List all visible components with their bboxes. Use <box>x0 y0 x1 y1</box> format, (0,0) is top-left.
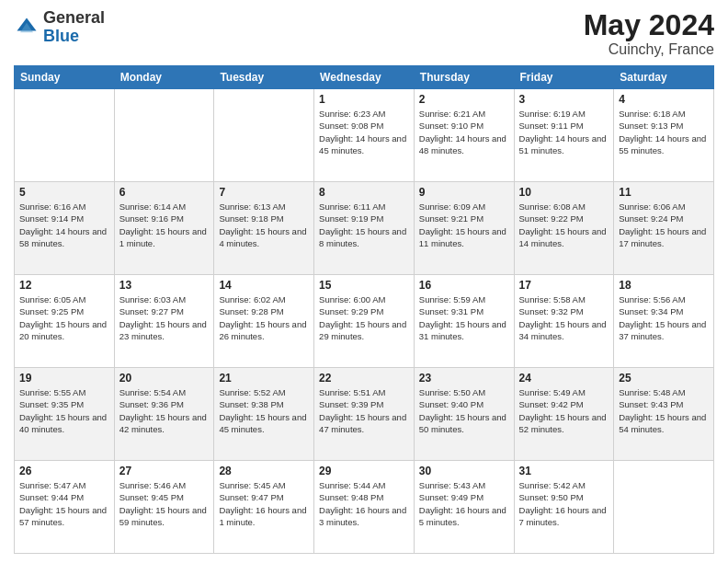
calendar-cell: 6Sunrise: 6:14 AMSunset: 9:16 PMDaylight… <box>114 182 214 275</box>
weekday-header-tuesday: Tuesday <box>214 66 314 89</box>
calendar-cell: 25Sunrise: 5:48 AMSunset: 9:43 PMDayligh… <box>614 368 714 461</box>
day-info: Sunrise: 5:52 AMSunset: 9:38 PMDaylight:… <box>219 386 309 435</box>
day-number: 13 <box>119 279 210 292</box>
weekday-header-saturday: Saturday <box>614 66 714 89</box>
page: General Blue May 2024 Cuinchy, France Su… <box>0 0 728 563</box>
calendar-cell <box>614 461 714 554</box>
calendar-cell: 3Sunrise: 6:19 AMSunset: 9:11 PMDaylight… <box>514 89 614 182</box>
day-number: 12 <box>19 279 109 292</box>
day-number: 1 <box>319 93 409 106</box>
day-number: 29 <box>319 465 409 477</box>
location-title: Cuinchy, France <box>584 41 714 58</box>
day-info: Sunrise: 5:43 AMSunset: 9:49 PMDaylight:… <box>419 479 509 528</box>
calendar-cell <box>214 89 314 182</box>
day-info: Sunrise: 5:54 AMSunset: 9:36 PMDaylight:… <box>119 386 210 435</box>
day-number: 20 <box>119 372 210 385</box>
calendar-cell: 11Sunrise: 6:06 AMSunset: 9:24 PMDayligh… <box>614 182 714 275</box>
calendar-cell: 30Sunrise: 5:43 AMSunset: 9:49 PMDayligh… <box>414 461 514 554</box>
day-number: 28 <box>219 465 309 477</box>
day-info: Sunrise: 6:02 AMSunset: 9:28 PMDaylight:… <box>219 293 309 342</box>
title-block: May 2024 Cuinchy, France <box>584 9 714 58</box>
day-info: Sunrise: 6:21 AMSunset: 9:10 PMDaylight:… <box>419 108 509 156</box>
logo-blue: Blue <box>43 27 79 45</box>
day-number: 24 <box>519 372 609 385</box>
logo-icon <box>14 15 40 40</box>
day-number: 15 <box>319 279 409 292</box>
calendar-table: SundayMondayTuesdayWednesdayThursdayFrid… <box>14 65 714 554</box>
day-info: Sunrise: 6:00 AMSunset: 9:29 PMDaylight:… <box>319 293 409 342</box>
calendar-cell: 4Sunrise: 6:18 AMSunset: 9:13 PMDaylight… <box>614 89 714 182</box>
day-info: Sunrise: 5:58 AMSunset: 9:32 PMDaylight:… <box>519 293 609 342</box>
day-number: 3 <box>519 93 609 106</box>
day-number: 5 <box>19 186 109 199</box>
day-number: 30 <box>419 465 509 477</box>
calendar-cell: 9Sunrise: 6:09 AMSunset: 9:21 PMDaylight… <box>414 182 514 275</box>
weekday-header-wednesday: Wednesday <box>314 66 415 89</box>
calendar-cell: 31Sunrise: 5:42 AMSunset: 9:50 PMDayligh… <box>514 461 614 554</box>
day-info: Sunrise: 6:16 AMSunset: 9:14 PMDaylight:… <box>19 201 109 249</box>
logo-general: General <box>43 8 105 27</box>
day-info: Sunrise: 5:51 AMSunset: 9:39 PMDaylight:… <box>319 386 409 435</box>
calendar-cell: 15Sunrise: 6:00 AMSunset: 9:29 PMDayligh… <box>314 275 415 368</box>
weekday-header-thursday: Thursday <box>414 66 514 89</box>
header: General Blue May 2024 Cuinchy, France <box>14 9 714 58</box>
day-info: Sunrise: 5:55 AMSunset: 9:35 PMDaylight:… <box>19 386 109 435</box>
calendar-cell: 28Sunrise: 5:45 AMSunset: 9:47 PMDayligh… <box>214 461 314 554</box>
day-info: Sunrise: 6:23 AMSunset: 9:08 PMDaylight:… <box>319 108 409 156</box>
day-number: 27 <box>119 465 210 477</box>
day-info: Sunrise: 5:44 AMSunset: 9:48 PMDaylight:… <box>319 479 409 528</box>
calendar-cell: 12Sunrise: 6:05 AMSunset: 9:25 PMDayligh… <box>15 275 115 368</box>
day-info: Sunrise: 5:47 AMSunset: 9:44 PMDaylight:… <box>19 479 109 528</box>
day-number: 9 <box>419 186 509 199</box>
calendar-cell: 14Sunrise: 6:02 AMSunset: 9:28 PMDayligh… <box>214 275 314 368</box>
calendar-cell <box>15 89 115 182</box>
day-info: Sunrise: 5:42 AMSunset: 9:50 PMDaylight:… <box>519 479 609 528</box>
day-info: Sunrise: 5:46 AMSunset: 9:45 PMDaylight:… <box>119 479 210 528</box>
day-number: 14 <box>219 279 309 292</box>
day-number: 25 <box>619 372 709 385</box>
calendar-cell: 10Sunrise: 6:08 AMSunset: 9:22 PMDayligh… <box>514 182 614 275</box>
day-number: 26 <box>19 465 109 477</box>
calendar-cell: 2Sunrise: 6:21 AMSunset: 9:10 PMDaylight… <box>414 89 514 182</box>
calendar-cell: 26Sunrise: 5:47 AMSunset: 9:44 PMDayligh… <box>15 461 115 554</box>
day-number: 2 <box>419 93 509 106</box>
day-info: Sunrise: 6:18 AMSunset: 9:13 PMDaylight:… <box>619 108 709 156</box>
weekday-header-sunday: Sunday <box>15 66 115 89</box>
calendar-cell: 7Sunrise: 6:13 AMSunset: 9:18 PMDaylight… <box>214 182 314 275</box>
day-number: 31 <box>519 465 609 477</box>
day-number: 19 <box>19 372 109 385</box>
day-info: Sunrise: 6:14 AMSunset: 9:16 PMDaylight:… <box>119 201 210 249</box>
calendar-cell: 13Sunrise: 6:03 AMSunset: 9:27 PMDayligh… <box>114 275 214 368</box>
weekday-header-friday: Friday <box>514 66 614 89</box>
day-info: Sunrise: 6:09 AMSunset: 9:21 PMDaylight:… <box>419 201 509 249</box>
day-number: 18 <box>619 279 709 292</box>
weekday-header-monday: Monday <box>114 66 214 89</box>
day-info: Sunrise: 5:48 AMSunset: 9:43 PMDaylight:… <box>619 386 709 435</box>
calendar-cell: 8Sunrise: 6:11 AMSunset: 9:19 PMDaylight… <box>314 182 415 275</box>
day-number: 17 <box>519 279 609 292</box>
day-number: 22 <box>319 372 409 385</box>
calendar-cell: 19Sunrise: 5:55 AMSunset: 9:35 PMDayligh… <box>15 368 115 461</box>
day-info: Sunrise: 6:06 AMSunset: 9:24 PMDaylight:… <box>619 201 709 249</box>
day-info: Sunrise: 6:08 AMSunset: 9:22 PMDaylight:… <box>519 201 609 249</box>
day-number: 21 <box>219 372 309 385</box>
day-info: Sunrise: 6:19 AMSunset: 9:11 PMDaylight:… <box>519 108 609 156</box>
calendar-cell: 21Sunrise: 5:52 AMSunset: 9:38 PMDayligh… <box>214 368 314 461</box>
day-info: Sunrise: 6:11 AMSunset: 9:19 PMDaylight:… <box>319 201 409 249</box>
month-title: May 2024 <box>584 9 714 41</box>
calendar-cell: 24Sunrise: 5:49 AMSunset: 9:42 PMDayligh… <box>514 368 614 461</box>
day-info: Sunrise: 6:03 AMSunset: 9:27 PMDaylight:… <box>119 293 210 342</box>
calendar-cell: 18Sunrise: 5:56 AMSunset: 9:34 PMDayligh… <box>614 275 714 368</box>
day-number: 10 <box>519 186 609 199</box>
calendar-cell: 1Sunrise: 6:23 AMSunset: 9:08 PMDaylight… <box>314 89 415 182</box>
day-number: 8 <box>319 186 409 199</box>
day-info: Sunrise: 6:13 AMSunset: 9:18 PMDaylight:… <box>219 201 309 249</box>
day-info: Sunrise: 5:49 AMSunset: 9:42 PMDaylight:… <box>519 386 609 435</box>
calendar-cell <box>114 89 214 182</box>
day-number: 16 <box>419 279 509 292</box>
calendar-cell: 27Sunrise: 5:46 AMSunset: 9:45 PMDayligh… <box>114 461 214 554</box>
calendar-cell: 20Sunrise: 5:54 AMSunset: 9:36 PMDayligh… <box>114 368 214 461</box>
logo-text: General Blue <box>43 9 105 46</box>
day-info: Sunrise: 5:50 AMSunset: 9:40 PMDaylight:… <box>419 386 509 435</box>
calendar-cell: 29Sunrise: 5:44 AMSunset: 9:48 PMDayligh… <box>314 461 415 554</box>
